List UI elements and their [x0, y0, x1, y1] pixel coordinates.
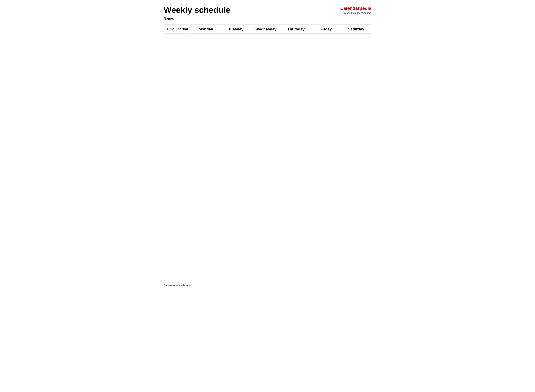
schedule-cell[interactable] — [191, 53, 221, 72]
schedule-cell[interactable] — [251, 34, 281, 53]
schedule-cell[interactable] — [341, 167, 371, 186]
schedule-cell[interactable] — [281, 243, 311, 262]
schedule-cell[interactable] — [281, 262, 311, 281]
time-period-cell[interactable] — [164, 110, 191, 129]
schedule-cell[interactable] — [311, 224, 341, 243]
schedule-cell[interactable] — [281, 167, 311, 186]
schedule-cell[interactable] — [311, 91, 341, 110]
schedule-cell[interactable] — [311, 129, 341, 148]
schedule-cell[interactable] — [251, 224, 281, 243]
schedule-cell[interactable] — [281, 205, 311, 224]
schedule-cell[interactable] — [311, 110, 341, 129]
schedule-cell[interactable] — [251, 167, 281, 186]
schedule-cell[interactable] — [281, 72, 311, 91]
schedule-cell[interactable] — [221, 129, 251, 148]
logo-text: Calendarpedia — [340, 5, 371, 11]
schedule-cell[interactable] — [221, 243, 251, 262]
time-period-cell[interactable] — [164, 129, 191, 148]
schedule-cell[interactable] — [191, 243, 221, 262]
schedule-cell[interactable] — [191, 129, 221, 148]
schedule-cell[interactable] — [251, 110, 281, 129]
schedule-cell[interactable] — [311, 34, 341, 53]
title-section: Weekly schedule Name: — [164, 5, 230, 20]
schedule-cell[interactable] — [251, 186, 281, 205]
time-period-cell[interactable] — [164, 72, 191, 91]
schedule-cell[interactable] — [311, 262, 341, 281]
schedule-cell[interactable] — [311, 243, 341, 262]
time-period-cell[interactable] — [164, 167, 191, 186]
schedule-cell[interactable] — [191, 167, 221, 186]
time-period-cell[interactable] — [164, 53, 191, 72]
schedule-cell[interactable] — [281, 34, 311, 53]
time-period-cell[interactable] — [164, 91, 191, 110]
schedule-cell[interactable] — [281, 148, 311, 167]
schedule-cell[interactable] — [311, 186, 341, 205]
schedule-cell[interactable] — [341, 91, 371, 110]
schedule-cell[interactable] — [251, 72, 281, 91]
schedule-cell[interactable] — [281, 53, 311, 72]
schedule-cell[interactable] — [221, 53, 251, 72]
schedule-cell[interactable] — [341, 262, 371, 281]
footer: © www.calendarpedia.com — [164, 284, 371, 286]
time-period-cell[interactable] — [164, 262, 191, 281]
time-period-cell[interactable] — [164, 243, 191, 262]
schedule-cell[interactable] — [311, 167, 341, 186]
schedule-cell[interactable] — [191, 205, 221, 224]
schedule-cell[interactable] — [221, 91, 251, 110]
schedule-cell[interactable] — [191, 186, 221, 205]
schedule-cell[interactable] — [341, 110, 371, 129]
schedule-cell[interactable] — [251, 129, 281, 148]
schedule-cell[interactable] — [341, 129, 371, 148]
schedule-cell[interactable] — [251, 53, 281, 72]
schedule-cell[interactable] — [191, 91, 221, 110]
schedule-cell[interactable] — [251, 148, 281, 167]
col-header-wednesday: Wednesday — [251, 25, 281, 34]
schedule-cell[interactable] — [281, 186, 311, 205]
schedule-cell[interactable] — [221, 262, 251, 281]
schedule-cell[interactable] — [281, 129, 311, 148]
schedule-cell[interactable] — [281, 224, 311, 243]
table-row — [164, 53, 371, 72]
schedule-cell[interactable] — [341, 34, 371, 53]
schedule-cell[interactable] — [311, 72, 341, 91]
schedule-cell[interactable] — [281, 91, 311, 110]
schedule-cell[interactable] — [251, 243, 281, 262]
schedule-cell[interactable] — [251, 91, 281, 110]
logo-section: Calendarpedia Your source for calendars — [340, 5, 371, 14]
schedule-cell[interactable] — [341, 148, 371, 167]
schedule-cell[interactable] — [221, 110, 251, 129]
schedule-cell[interactable] — [311, 148, 341, 167]
time-period-cell[interactable] — [164, 224, 191, 243]
time-period-cell[interactable] — [164, 148, 191, 167]
schedule-cell[interactable] — [281, 110, 311, 129]
schedule-cell[interactable] — [221, 224, 251, 243]
table-row — [164, 205, 371, 224]
schedule-cell[interactable] — [341, 224, 371, 243]
page-wrapper: Weekly schedule Name: Calendarpedia Your… — [164, 5, 371, 286]
schedule-cell[interactable] — [251, 205, 281, 224]
schedule-cell[interactable] — [221, 72, 251, 91]
schedule-cell[interactable] — [251, 262, 281, 281]
time-period-cell[interactable] — [164, 34, 191, 53]
schedule-cell[interactable] — [191, 72, 221, 91]
schedule-cell[interactable] — [341, 243, 371, 262]
schedule-cell[interactable] — [221, 148, 251, 167]
schedule-cell[interactable] — [191, 110, 221, 129]
schedule-cell[interactable] — [341, 53, 371, 72]
schedule-cell[interactable] — [311, 205, 341, 224]
schedule-cell[interactable] — [341, 72, 371, 91]
schedule-cell[interactable] — [341, 186, 371, 205]
schedule-cell[interactable] — [341, 205, 371, 224]
schedule-cell[interactable] — [221, 34, 251, 53]
schedule-cell[interactable] — [191, 148, 221, 167]
schedule-cell[interactable] — [191, 262, 221, 281]
schedule-cell[interactable] — [221, 167, 251, 186]
page-title: Weekly schedule — [164, 5, 230, 15]
schedule-cell[interactable] — [311, 53, 341, 72]
time-period-cell[interactable] — [164, 205, 191, 224]
schedule-cell[interactable] — [221, 205, 251, 224]
schedule-cell[interactable] — [221, 186, 251, 205]
schedule-cell[interactable] — [191, 224, 221, 243]
schedule-cell[interactable] — [191, 34, 221, 53]
time-period-cell[interactable] — [164, 186, 191, 205]
